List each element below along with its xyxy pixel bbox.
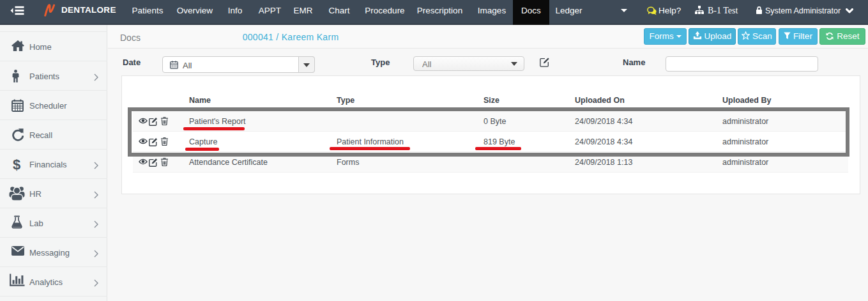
svg-text:$: $ <box>13 157 20 172</box>
